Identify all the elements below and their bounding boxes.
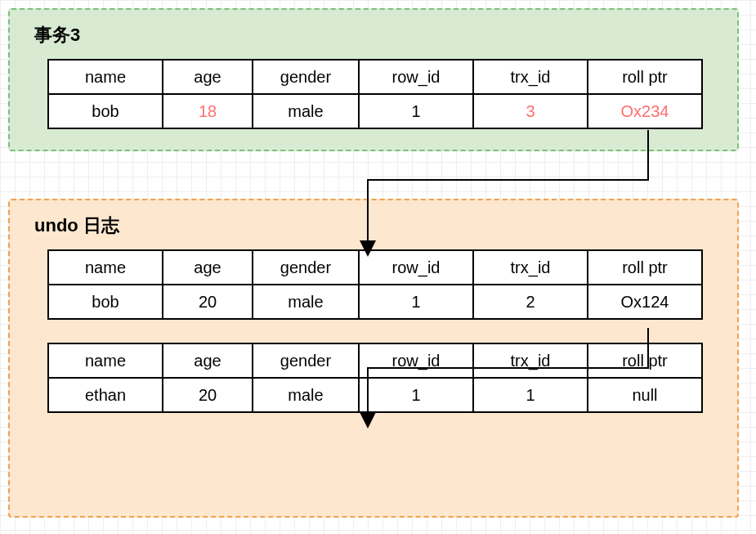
col-header-age: age (163, 250, 253, 285)
col-header-gender: gender (253, 343, 359, 378)
table-row: bob 18 male 1 3 Ox234 (48, 94, 702, 128)
cell-rollptr: null (588, 378, 702, 412)
table-header-row: name age gender row_id trx_id roll ptr (48, 60, 702, 94)
transaction-panel: 事务3 name age gender row_id trx_id roll p… (8, 8, 739, 151)
cell-age: 18 (163, 94, 253, 128)
col-header-gender: gender (253, 60, 359, 94)
table-row: ethan 20 male 1 1 null (48, 378, 702, 412)
col-header-rollptr: roll ptr (588, 343, 702, 378)
cell-trxid: 2 (473, 285, 588, 319)
table-header-row: name age gender row_id trx_id roll ptr (48, 250, 702, 285)
cell-rowid: 1 (359, 378, 473, 412)
col-header-age: age (163, 60, 253, 94)
cell-rollptr: Ox124 (588, 285, 702, 319)
col-header-name: name (48, 60, 163, 94)
cell-name: ethan (48, 378, 163, 412)
col-header-age: age (163, 343, 253, 378)
col-header-rowid: row_id (359, 60, 473, 94)
col-header-rowid: row_id (359, 250, 473, 285)
cell-trxid: 1 (473, 378, 588, 412)
cell-gender: male (253, 378, 359, 412)
cell-rowid: 1 (359, 285, 473, 319)
cell-name: bob (48, 285, 163, 319)
cell-gender: male (253, 285, 359, 319)
col-header-name: name (48, 250, 163, 285)
cell-rollptr: Ox234 (588, 94, 702, 128)
col-header-gender: gender (253, 250, 359, 285)
col-header-rowid: row_id (359, 343, 473, 378)
cell-rowid: 1 (359, 94, 473, 128)
cell-age: 20 (163, 378, 253, 412)
table-row: bob 20 male 1 2 Ox124 (48, 285, 702, 319)
undo-title: undo 日志 (34, 213, 714, 238)
cell-age: 20 (163, 285, 253, 319)
col-header-rollptr: roll ptr (588, 60, 702, 94)
col-header-name: name (48, 343, 163, 378)
col-header-trxid: trx_id (473, 250, 588, 285)
cell-name: bob (48, 94, 163, 128)
undo-table-1: name age gender row_id trx_id roll ptr b… (47, 249, 703, 320)
transaction-table: name age gender row_id trx_id roll ptr b… (47, 59, 703, 129)
table-header-row: name age gender row_id trx_id roll ptr (48, 343, 702, 378)
undo-panel: undo 日志 name age gender row_id trx_id ro… (8, 199, 739, 518)
col-header-trxid: trx_id (473, 60, 588, 94)
cell-trxid: 3 (473, 94, 588, 128)
transaction-title: 事务3 (34, 23, 714, 47)
undo-table-2: name age gender row_id trx_id roll ptr e… (47, 343, 703, 413)
col-header-rollptr: roll ptr (588, 250, 702, 285)
col-header-trxid: trx_id (473, 343, 588, 378)
cell-gender: male (253, 94, 359, 128)
